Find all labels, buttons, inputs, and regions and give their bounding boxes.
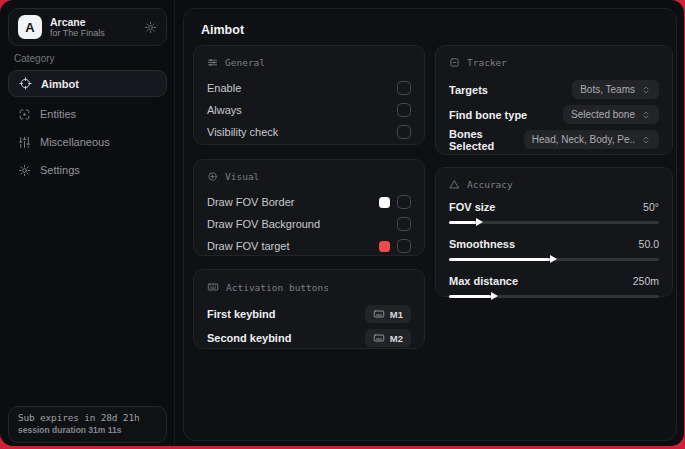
color-swatch-red[interactable] bbox=[379, 241, 390, 252]
slider-thumb[interactable] bbox=[449, 221, 476, 224]
general-card-header: General bbox=[207, 57, 411, 68]
setting-row-max-distance: Max distance 250m bbox=[449, 273, 659, 301]
color-swatch-white[interactable] bbox=[379, 197, 390, 208]
max-distance-value: 250m bbox=[633, 275, 659, 287]
sidebar-nav: Aimbot Entities Miscellaneous Settings bbox=[8, 70, 167, 184]
scan-icon bbox=[18, 108, 31, 121]
chevrons-up-down-icon bbox=[641, 110, 651, 120]
app-window: A Arcane for The Finals Category Aimbot bbox=[0, 0, 684, 446]
slider-thumb[interactable] bbox=[449, 295, 491, 298]
keybind-value: M2 bbox=[390, 333, 403, 344]
keyboard-icon bbox=[373, 308, 385, 320]
category-label: Category bbox=[14, 53, 55, 64]
draw-fov-background-checkbox[interactable] bbox=[397, 217, 411, 231]
setting-label: Always bbox=[207, 104, 242, 116]
sidebar-item-settings[interactable]: Settings bbox=[8, 156, 167, 184]
setting-label: Targets bbox=[449, 84, 488, 96]
tracker-card-header: Tracker bbox=[449, 57, 659, 68]
card-title: Visual bbox=[225, 171, 259, 182]
sidebar-item-miscellaneous[interactable]: Miscellaneous bbox=[8, 128, 167, 156]
fov-size-value: 50° bbox=[643, 201, 659, 213]
setting-row-draw-fov-target: Draw FOV target bbox=[207, 235, 411, 257]
setting-label: Draw FOV Border bbox=[207, 196, 294, 208]
logo-text: Arcane for The Finals bbox=[50, 16, 105, 39]
setting-label: Max distance bbox=[449, 275, 518, 287]
keyboard-icon bbox=[373, 332, 385, 344]
select-value: Head, Neck, Body, Pe.. bbox=[532, 134, 635, 145]
setting-row-first-keybind: First keybind M1 bbox=[207, 302, 411, 326]
setting-label: Bones Selected bbox=[449, 128, 524, 152]
chevrons-up-down-icon bbox=[641, 135, 651, 145]
sliders-horizontal-icon bbox=[207, 57, 218, 68]
slider-thumb[interactable] bbox=[449, 258, 550, 261]
logo-card: A Arcane for The Finals bbox=[8, 8, 167, 46]
app-logo: A bbox=[18, 15, 42, 39]
setting-label: Draw FOV target bbox=[207, 240, 290, 252]
visual-card: Visual Draw FOV Border Draw FOV Backgrou… bbox=[193, 159, 425, 256]
setting-label: Draw FOV Background bbox=[207, 218, 320, 230]
smoothness-slider[interactable] bbox=[449, 255, 659, 264]
card-title: Tracker bbox=[467, 57, 507, 68]
fov-size-slider[interactable] bbox=[449, 218, 659, 227]
chevrons-up-down-icon bbox=[641, 85, 651, 95]
targets-select[interactable]: Bots, Teams bbox=[572, 80, 659, 99]
second-keybind-button[interactable]: M2 bbox=[365, 329, 411, 347]
bones-selected-select[interactable]: Head, Neck, Body, Pe.. bbox=[524, 130, 659, 149]
keybind-value: M1 bbox=[390, 309, 403, 320]
circle-plus-icon bbox=[207, 171, 218, 182]
sidebar: A Arcane for The Finals Category Aimbot bbox=[0, 0, 175, 446]
triangle-icon bbox=[449, 179, 460, 190]
max-distance-slider[interactable] bbox=[449, 292, 659, 301]
setting-row-visibility-check: Visibility check bbox=[207, 121, 411, 143]
enable-checkbox[interactable] bbox=[397, 81, 411, 95]
sliders-icon bbox=[18, 136, 31, 149]
crosshair-icon bbox=[19, 77, 32, 90]
general-card: General Enable Always Visibility check bbox=[193, 45, 425, 145]
sidebar-item-label: Settings bbox=[40, 164, 80, 176]
page-title: Aimbot bbox=[201, 23, 244, 37]
sidebar-item-entities[interactable]: Entities bbox=[8, 100, 167, 128]
select-value: Bots, Teams bbox=[580, 84, 635, 95]
setting-label: Second keybind bbox=[207, 332, 291, 344]
main-panel: Aimbot General Enable Always Visibility … bbox=[183, 8, 677, 441]
sidebar-item-label: Aimbot bbox=[41, 78, 79, 90]
always-checkbox[interactable] bbox=[397, 103, 411, 117]
sidebar-item-aimbot[interactable]: Aimbot bbox=[8, 70, 167, 97]
setting-row-second-keybind: Second keybind M2 bbox=[207, 326, 411, 350]
accuracy-card: Accuracy FOV size 50° Smoothness 50.0 bbox=[435, 167, 673, 297]
setting-row-enable: Enable bbox=[207, 77, 411, 99]
setting-row-draw-fov-background: Draw FOV Background bbox=[207, 213, 411, 235]
draw-fov-target-checkbox[interactable] bbox=[397, 239, 411, 253]
select-value: Selected bone bbox=[571, 109, 635, 120]
find-bone-type-select[interactable]: Selected bone bbox=[563, 105, 659, 124]
card-title: General bbox=[225, 57, 265, 68]
setting-row-draw-fov-border: Draw FOV Border bbox=[207, 191, 411, 213]
activation-buttons-card: Activation buttons First keybind M1 Seco… bbox=[193, 269, 425, 349]
accuracy-card-header: Accuracy bbox=[449, 179, 659, 190]
visibility-check-checkbox[interactable] bbox=[397, 125, 411, 139]
smoothness-value: 50.0 bbox=[639, 238, 659, 250]
setting-row-always: Always bbox=[207, 99, 411, 121]
gear-icon[interactable] bbox=[144, 21, 157, 34]
setting-row-targets: Targets Bots, Teams bbox=[449, 77, 659, 102]
setting-label: First keybind bbox=[207, 308, 275, 320]
keyboard-icon bbox=[207, 281, 219, 293]
gear-icon bbox=[18, 164, 31, 177]
setting-label: FOV size bbox=[449, 201, 495, 213]
setting-row-fov-size: FOV size 50° bbox=[449, 199, 659, 227]
tracker-card: Tracker Targets Bots, Teams Find bone ty… bbox=[435, 45, 673, 155]
setting-row-bones-selected: Bones Selected Head, Neck, Body, Pe.. bbox=[449, 127, 659, 152]
draw-fov-border-checkbox[interactable] bbox=[397, 195, 411, 209]
card-title: Activation buttons bbox=[226, 282, 329, 293]
setting-label: Smoothness bbox=[449, 238, 515, 250]
setting-row-smoothness: Smoothness 50.0 bbox=[449, 236, 659, 264]
subscription-card: Sub expires in 28d 21h session duration … bbox=[8, 406, 167, 443]
app-title: Arcane bbox=[50, 16, 105, 28]
app-subtitle: for The Finals bbox=[50, 28, 105, 39]
square-minus-icon bbox=[449, 57, 460, 68]
first-keybind-button[interactable]: M1 bbox=[365, 305, 411, 323]
sub-expiry-text: Sub expires in 28d 21h bbox=[18, 412, 157, 423]
sidebar-item-label: Entities bbox=[40, 108, 76, 120]
card-title: Accuracy bbox=[467, 179, 513, 190]
activation-card-header: Activation buttons bbox=[207, 281, 411, 293]
